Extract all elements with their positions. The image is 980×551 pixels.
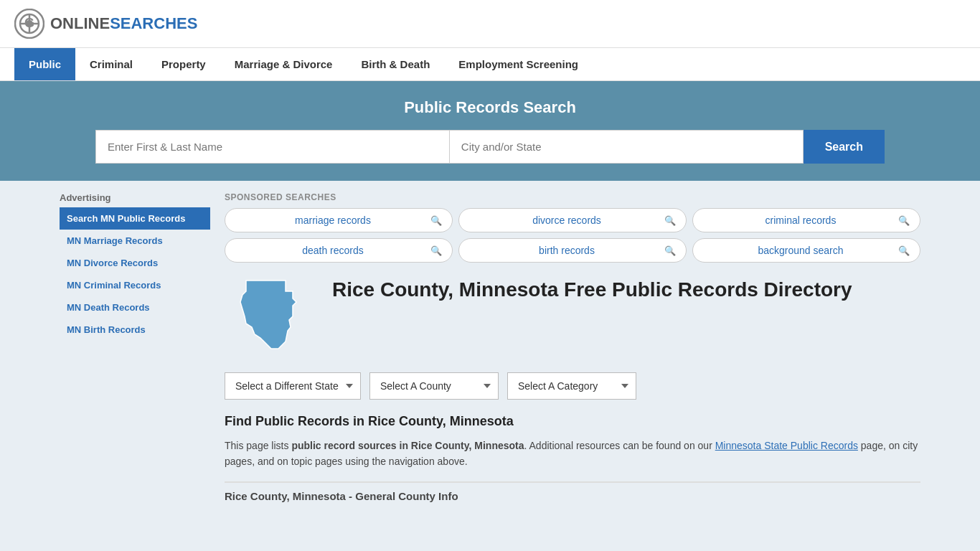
county-dropdown[interactable]: Select A County	[369, 372, 499, 400]
sidebar-item-search-mn[interactable]: Search MN Public Records	[60, 207, 210, 230]
search-button[interactable]: Search	[804, 130, 885, 164]
mn-records-link[interactable]: Minnesota State Public Records	[715, 440, 858, 451]
pill-divorce[interactable]: divorce records 🔍	[458, 208, 687, 232]
nav-item-marriage[interactable]: Marriage & Divorce	[220, 48, 347, 80]
state-map	[225, 277, 318, 358]
main-container: Advertising Search MN Public Records MN …	[45, 181, 935, 514]
state-dropdown[interactable]: Select a Different State	[225, 372, 361, 400]
nav-item-public[interactable]: Public	[14, 48, 75, 80]
nav-item-birth-death[interactable]: Birth & Death	[347, 48, 444, 80]
title-section: Rice County, Minnesota Free Public Recor…	[225, 277, 920, 358]
page-header: G ONLINESEARCHES	[0, 0, 980, 48]
pill-death[interactable]: death records 🔍	[225, 238, 453, 263]
pill-criminal[interactable]: criminal records 🔍	[692, 208, 920, 232]
logo-text: ONLINESEARCHES	[50, 14, 197, 33]
pill-birth[interactable]: birth records 🔍	[458, 238, 687, 263]
sidebar-item-criminal[interactable]: MN Criminal Records	[60, 274, 210, 296]
search-icon-4: 🔍	[664, 245, 676, 256]
page-title: Rice County, Minnesota Free Public Recor…	[332, 277, 852, 303]
svg-text:G: G	[24, 16, 34, 30]
content-area: SPONSORED SEARCHES marriage records 🔍 di…	[225, 192, 920, 502]
search-banner-title: Public Records Search	[14, 98, 966, 117]
main-nav: Public Criminal Property Marriage & Divo…	[0, 48, 980, 81]
location-input[interactable]	[449, 130, 804, 164]
sidebar-item-birth[interactable]: MN Birth Records	[60, 319, 210, 341]
advertising-label: Advertising	[60, 192, 210, 203]
sidebar: Advertising Search MN Public Records MN …	[60, 192, 210, 502]
county-info-heading: Rice County, Minnesota - General County …	[225, 490, 920, 502]
pill-background[interactable]: background search 🔍	[692, 238, 920, 263]
find-description: This page lists public record sources in…	[225, 438, 920, 470]
search-icon-3: 🔍	[430, 245, 442, 256]
sidebar-item-divorce[interactable]: MN Divorce Records	[60, 252, 210, 274]
name-input[interactable]	[95, 130, 449, 164]
nav-item-criminal[interactable]: Criminal	[75, 48, 147, 80]
minnesota-map-svg	[225, 277, 311, 356]
search-banner: Public Records Search Search	[0, 81, 980, 181]
dropdowns-container: Select a Different State Select A County…	[225, 372, 920, 400]
logo[interactable]: G ONLINESEARCHES	[14, 9, 197, 39]
sidebar-item-death[interactable]: MN Death Records	[60, 296, 210, 319]
sponsored-pills: marriage records 🔍 divorce records 🔍 cri…	[225, 208, 920, 263]
find-bold-text: public record sources in Rice County, Mi…	[291, 440, 524, 451]
county-info: Rice County, Minnesota - General County …	[225, 481, 920, 502]
sponsored-label: SPONSORED SEARCHES	[225, 192, 920, 202]
search-icon-1: 🔍	[664, 215, 676, 226]
pill-marriage[interactable]: marriage records 🔍	[225, 208, 453, 232]
category-dropdown[interactable]: Select A Category	[507, 372, 636, 400]
nav-item-employment[interactable]: Employment Screening	[444, 48, 593, 80]
logo-icon: G	[14, 9, 44, 39]
sidebar-item-marriage[interactable]: MN Marriage Records	[60, 230, 210, 252]
find-section: Find Public Records in Rice County, Minn…	[225, 414, 920, 502]
search-icon-5: 🔍	[898, 245, 910, 256]
search-icon-2: 🔍	[898, 215, 910, 226]
search-icon-0: 🔍	[430, 215, 442, 226]
nav-item-property[interactable]: Property	[147, 48, 220, 80]
search-form: Search	[95, 130, 885, 164]
find-heading: Find Public Records in Rice County, Minn…	[225, 414, 920, 429]
